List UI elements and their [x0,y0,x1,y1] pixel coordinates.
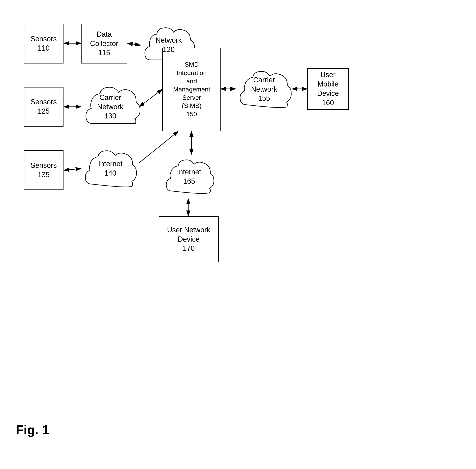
diagram: Sensors110 DataCollector115 Network120 S… [12,12,464,389]
network-120-label: Network120 [155,36,182,54]
internet-140-label: Internet140 [98,159,122,178]
sensors-135-label: Sensors135 [31,161,57,180]
svg-line-6 [139,89,162,107]
sensors-125-box: Sensors125 [24,87,64,127]
internet-165-label: Internet165 [177,168,201,186]
user-network-label: User NetworkDevice170 [167,225,210,253]
sims-box: SMDIntegrationandManagementServer(SIMS)1… [162,48,221,131]
sensors-110-label: Sensors110 [31,34,57,53]
sensors-110-box: Sensors110 [24,24,64,64]
internet-140-cloud: Internet140 [81,144,140,193]
data-collector-box: DataCollector115 [81,24,127,64]
carrier-130-cloud: CarrierNetwork130 [81,81,140,133]
svg-line-9 [64,169,81,170]
sensors-135-box: Sensors135 [24,151,64,190]
internet-165-cloud: Internet165 [162,154,216,199]
svg-line-3 [127,43,140,45]
fig-label: Fig. 1 [16,423,49,437]
user-network-box: User NetworkDevice170 [159,216,219,262]
carrier-130-label: CarrierNetwork130 [97,93,123,121]
sims-label: SMDIntegrationandManagementServer(SIMS)1… [173,61,210,118]
user-mobile-box: UserMobileDevice160 [307,68,349,110]
sensors-125-label: Sensors125 [31,97,57,116]
carrier-155-label: CarrierNetwork155 [251,75,277,103]
user-mobile-label: UserMobileDevice160 [317,70,339,107]
data-collector-label: DataCollector115 [90,30,118,58]
carrier-155-cloud: CarrierNetwork155 [236,65,292,114]
